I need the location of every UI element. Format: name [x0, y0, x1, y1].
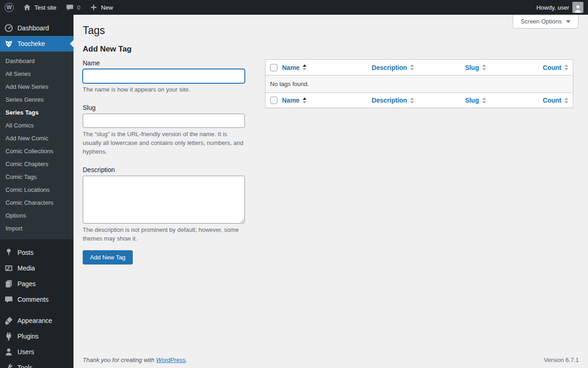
no-tags-found-message: No tags found.: [266, 75, 573, 92]
sort-by-name-link[interactable]: Name: [282, 64, 306, 71]
sidebar-item-users[interactable]: Users: [0, 344, 74, 360]
description-label: Description: [83, 166, 245, 173]
sort-indicator-icon: [410, 64, 414, 70]
footer-version: Version 6.7.1: [544, 356, 579, 363]
submenu-item-dashboard[interactable]: Dashboard: [0, 55, 74, 68]
dashboard-icon: [4, 23, 13, 33]
comment-bubble-icon: [66, 3, 74, 12]
avatar: [572, 2, 583, 13]
media-icon: [4, 264, 13, 273]
submenu-item-comic-characters[interactable]: Comic Characters: [0, 196, 74, 209]
table-footer-row: Name Description: [266, 92, 573, 108]
admin-footer: Thank you for creating with WordPress. V…: [83, 356, 579, 363]
users-icon: [4, 347, 13, 356]
comments-icon: [4, 295, 13, 304]
submenu-item-series-tags[interactable]: Series Tags: [0, 106, 74, 119]
sort-by-name-link[interactable]: Name: [282, 97, 306, 104]
submenu-item-comic-collections[interactable]: Comic Collections: [0, 145, 74, 158]
content-area: Screen Options Tags Add New Tag Name The…: [74, 15, 588, 368]
select-all-checkbox[interactable]: [270, 97, 277, 104]
sidebar-item-dashboard[interactable]: Dashboard: [0, 20, 74, 36]
toocheke-submenu: Dashboard All Series Add New Series Seri…: [0, 52, 74, 239]
sidebar-item-label: Toocheke: [17, 40, 45, 47]
description-help-text: The description is not prominent by defa…: [83, 226, 245, 243]
sort-indicator-icon: [303, 98, 306, 104]
tags-list: Name Description: [265, 59, 573, 108]
sidebar-item-label: Users: [17, 348, 34, 356]
submenu-item-options[interactable]: Options: [0, 209, 74, 222]
sidebar-item-label: Media: [17, 264, 35, 272]
home-icon: [23, 3, 31, 12]
new-content-menu[interactable]: New: [85, 0, 118, 15]
screen-options-button[interactable]: Screen Options: [513, 15, 578, 29]
sort-indicator-icon: [303, 64, 306, 70]
submenu-item-comic-chapters[interactable]: Comic Chapters: [0, 158, 74, 171]
sidebar-item-pages[interactable]: Pages: [0, 276, 74, 292]
admin-sidebar: Dashboard Toocheke Dashboard All Series …: [0, 15, 74, 368]
sort-by-slug-link[interactable]: Slug: [465, 64, 486, 71]
sidebar-item-tools[interactable]: Tools: [0, 360, 74, 368]
sidebar-item-toocheke[interactable]: Toocheke: [0, 36, 74, 52]
sidebar-item-appearance[interactable]: Appearance: [0, 313, 74, 328]
submenu-item-comic-tags[interactable]: Comic Tags: [0, 171, 74, 184]
footer-thanks-text: Thank you for creating with WordPress.: [83, 356, 187, 363]
chevron-down-icon: [566, 20, 571, 23]
plus-icon: [90, 3, 98, 12]
admin-bar: W Test site 0 New Howdy, user: [0, 0, 588, 15]
sidebar-item-label: Pages: [17, 280, 36, 288]
sort-indicator-icon: [482, 64, 486, 70]
sidebar-item-comments[interactable]: Comments: [0, 292, 74, 307]
submenu-item-series-genres[interactable]: Series Genres: [0, 93, 74, 106]
wordpress-link[interactable]: WordPress: [156, 356, 186, 363]
my-account-menu[interactable]: Howdy, user: [532, 2, 588, 13]
submenu-item-comic-locations[interactable]: Comic Locations: [0, 184, 74, 196]
sidebar-item-label: Tools: [17, 364, 33, 368]
comments-shortcut[interactable]: 0: [61, 0, 85, 15]
plugins-icon: [4, 332, 13, 341]
sort-indicator-icon: [410, 98, 414, 104]
submenu-item-add-new-comic[interactable]: Add New Comic: [0, 132, 74, 145]
slug-field[interactable]: [83, 114, 245, 128]
add-new-tag-heading: Add New Tag: [83, 45, 579, 54]
sidebar-item-posts[interactable]: Posts: [0, 245, 74, 260]
submenu-item-add-new-series[interactable]: Add New Series: [0, 80, 74, 93]
name-field[interactable]: [83, 69, 245, 83]
sort-indicator-icon: [482, 98, 486, 104]
sort-by-description-link[interactable]: Description: [372, 64, 414, 71]
tools-icon: [4, 363, 13, 368]
table-header-row: Name Description: [266, 60, 573, 75]
sidebar-item-label: Plugins: [17, 333, 39, 340]
slug-help-text: The “slug” is the URL-friendly version o…: [83, 130, 245, 156]
sidebar-item-media[interactable]: Media: [0, 260, 74, 276]
site-name-label: Test site: [34, 4, 57, 11]
submenu-item-all-comics[interactable]: All Comics: [0, 119, 74, 132]
sidebar-item-label: Comments: [17, 296, 49, 303]
sidebar-item-plugins[interactable]: Plugins: [0, 328, 74, 344]
name-label: Name: [83, 59, 245, 67]
sidebar-item-label: Posts: [17, 249, 34, 256]
sidebar-item-label: Appearance: [17, 317, 52, 324]
sort-by-description-link[interactable]: Description: [372, 97, 414, 104]
sidebar-item-label: Dashboard: [17, 24, 49, 32]
wordpress-logo-menu[interactable]: W: [0, 0, 18, 15]
wordpress-logo-icon: W: [5, 3, 14, 12]
add-tag-form: Name The name is how it appears on your …: [83, 59, 245, 264]
slug-label: Slug: [83, 104, 245, 111]
sort-by-count-link[interactable]: Count: [543, 64, 568, 71]
menu-separator: [0, 239, 74, 245]
new-label: New: [101, 4, 113, 11]
sort-by-count-link[interactable]: Count: [543, 97, 568, 104]
site-name-link[interactable]: Test site: [18, 0, 61, 15]
pin-icon: [4, 248, 13, 257]
sort-by-slug-link[interactable]: Slug: [465, 97, 486, 104]
description-field[interactable]: [83, 176, 245, 224]
tags-table: Name Description: [265, 59, 573, 108]
add-new-tag-button[interactable]: Add New Tag: [83, 250, 133, 264]
howdy-label: Howdy, user: [537, 4, 569, 11]
submenu-item-import[interactable]: Import: [0, 222, 74, 235]
submenu-item-all-series[interactable]: All Series: [0, 68, 74, 80]
screen-options-label: Screen Options: [520, 18, 562, 25]
toocheke-icon: [4, 39, 13, 48]
select-all-checkbox[interactable]: [270, 64, 277, 71]
pages-icon: [4, 279, 13, 288]
